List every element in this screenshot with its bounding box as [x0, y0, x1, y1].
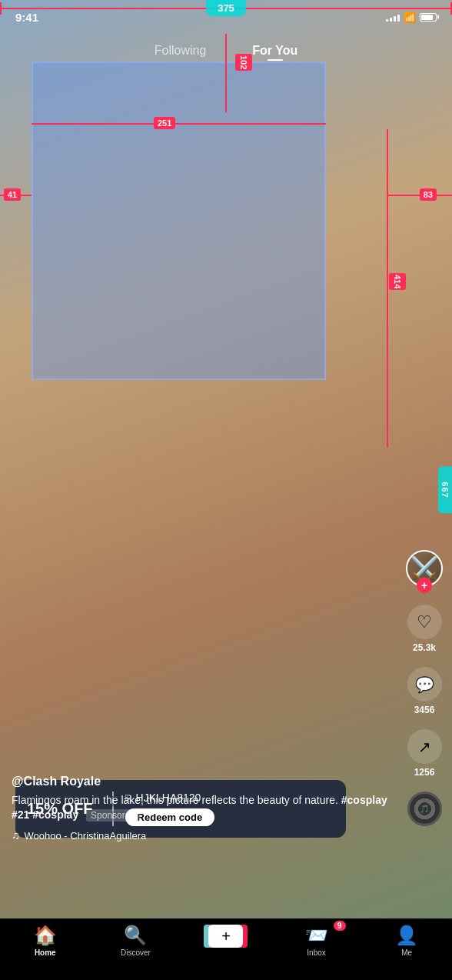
measurement-top-bar: 375: [206, 0, 246, 16]
measurement-right-bar: 667: [438, 466, 452, 513]
creator-avatar-container[interactable]: ⚔️ +: [406, 550, 443, 587]
add-button[interactable]: +: [208, 925, 243, 948]
sponsored-label: Sponsored: [86, 809, 140, 822]
battery-icon: [420, 13, 437, 22]
nav-discover[interactable]: 🔍 Discover: [112, 925, 158, 957]
measure-label-left: 41: [4, 188, 21, 201]
music-info: ♫ Woohoo - ChristinaAguilera: [12, 829, 391, 842]
video-caption: Flamingos roam in the lake, this picture…: [12, 793, 391, 823]
inbox-badge: 9: [334, 921, 346, 931]
discover-label: Discover: [121, 948, 151, 957]
home-icon: 🏠: [34, 925, 57, 946]
creator-username[interactable]: @Clash Royale: [12, 775, 391, 788]
nav-inbox[interactable]: 📨 9 Inbox: [294, 925, 340, 957]
inbox-label: Inbox: [307, 948, 325, 957]
discover-icon: 🔍: [124, 925, 147, 946]
inbox-icon: 📨: [305, 925, 328, 946]
nav-me[interactable]: 👤 Me: [384, 925, 430, 957]
tab-following[interactable]: Following: [155, 44, 207, 58]
measure-label-right: 83: [420, 188, 437, 201]
share-icon: ↗: [407, 729, 442, 764]
hashtag-cosplay[interactable]: #cosplay: [341, 794, 387, 806]
nav-add[interactable]: +: [203, 925, 249, 948]
measure-line-top-offset: [225, 34, 227, 112]
follow-button[interactable]: +: [417, 578, 432, 593]
music-disc-icon: 🎵: [407, 792, 442, 826]
measure-label-top-offset: 102: [235, 54, 252, 71]
measure-label-box-width: 251: [154, 117, 175, 129]
right-sidebar: ⚔️ + ♡ 25.3k 💬 3456 ↗ 1256 🎵: [406, 550, 443, 826]
tab-for-you[interactable]: For You: [252, 44, 297, 58]
hashtag-21[interactable]: #21: [12, 808, 29, 821]
wifi-icon: 📶: [404, 12, 416, 23]
nav-home[interactable]: 🏠 Home: [22, 925, 68, 957]
music-title: Woohoo - ChristinaAguilera: [25, 830, 147, 842]
music-action[interactable]: 🎵: [407, 792, 442, 826]
measure-line-box-width: [32, 123, 326, 125]
like-action[interactable]: ♡ 25.3k: [407, 605, 442, 653]
comment-icon: 💬: [407, 667, 442, 702]
video-info: @Clash Royale Flamingos roam in the lake…: [12, 775, 391, 842]
comment-count: 3456: [414, 705, 435, 715]
home-label: Home: [35, 948, 56, 957]
like-count: 25.3k: [413, 642, 436, 653]
bottom-navigation: 🏠 Home 🔍 Discover + 📨 9 Inbox 👤 Me: [0, 918, 452, 980]
comment-action[interactable]: 💬 3456: [407, 667, 442, 715]
measure-label-box-height: 414: [389, 273, 406, 290]
signal-icon: [386, 12, 400, 22]
hashtag-cosplay2[interactable]: #cosplay: [32, 808, 78, 821]
me-icon: 👤: [395, 925, 418, 946]
status-time: 9:41: [15, 11, 38, 24]
me-label: Me: [401, 948, 412, 957]
status-icons: 📶: [386, 12, 437, 23]
music-note-icon: ♫: [12, 829, 20, 842]
measurement-overlay: [32, 62, 326, 380]
like-icon: ♡: [407, 605, 442, 639]
measure-line-box-height: [387, 129, 388, 448]
share-count: 1256: [414, 767, 435, 778]
share-action[interactable]: ↗ 1256: [407, 729, 442, 778]
